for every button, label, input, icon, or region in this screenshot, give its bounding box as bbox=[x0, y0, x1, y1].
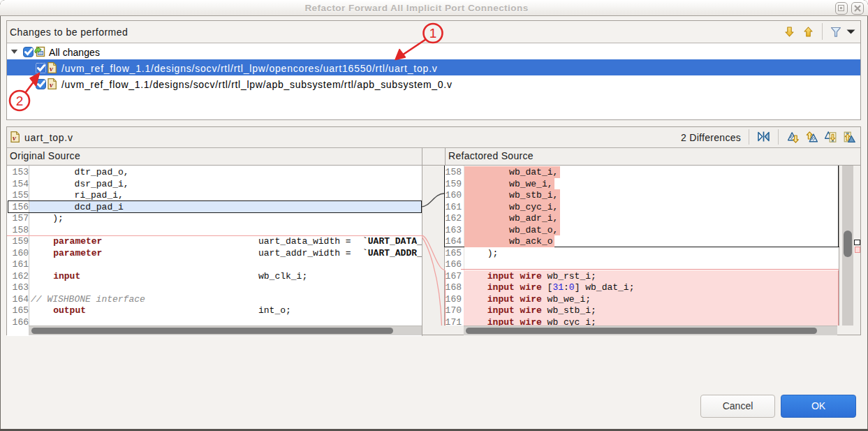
svg-text:v: v bbox=[13, 133, 16, 142]
svg-text:v: v bbox=[50, 64, 53, 73]
svg-text:v: v bbox=[50, 80, 53, 89]
